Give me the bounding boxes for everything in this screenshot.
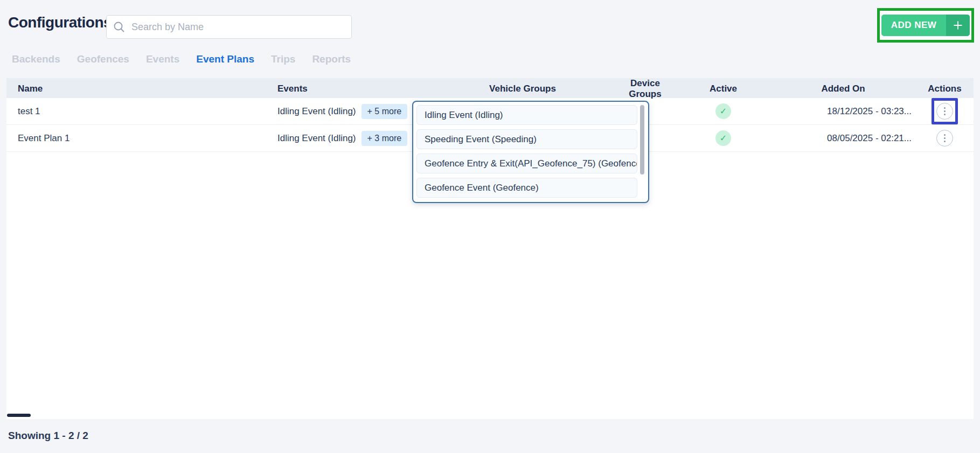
- pagination-status: Showing 1 - 2 / 2: [8, 430, 88, 442]
- cell-active: [676, 125, 770, 151]
- column-header-added-on: Added On: [770, 83, 916, 94]
- config-tabs: Backends Geofences Events Event Plans Tr…: [12, 53, 351, 65]
- column-header-device-groups: Device Groups: [614, 78, 676, 100]
- more-events-badge[interactable]: + 3 more: [362, 131, 408, 146]
- cell-events: Idling Event (Idling) + 5 more: [269, 98, 431, 124]
- page-title: Configurations: [8, 14, 112, 31]
- column-header-name: Name: [6, 83, 269, 94]
- popup-event-item[interactable]: Geofence Entry & Exit(API_Geofence_75) (…: [416, 154, 637, 173]
- cell-added-on: 08/05/2025 - 02:21...: [770, 125, 916, 151]
- cell-name: Event Plan 1: [6, 125, 269, 151]
- popup-event-item[interactable]: Idling Event (Idling): [416, 105, 637, 125]
- tab-events[interactable]: Events: [146, 53, 179, 65]
- more-events-badge[interactable]: + 5 more: [362, 104, 408, 119]
- tab-backends[interactable]: Backends: [12, 53, 60, 65]
- kebab-menu-icon[interactable]: [936, 130, 953, 147]
- tab-geofences[interactable]: Geofences: [77, 53, 129, 65]
- tab-reports[interactable]: Reports: [312, 53, 351, 65]
- cell-events: Idling Event (Idling) + 3 more: [269, 125, 431, 151]
- search-box: [106, 15, 352, 39]
- cell-added-on: 18/12/2025 - 03:23...: [770, 98, 916, 124]
- active-check-icon: [715, 130, 731, 146]
- cell-actions: [916, 125, 974, 151]
- column-header-vehicle-groups: Vehicle Groups: [431, 83, 614, 94]
- cell-actions: [916, 98, 974, 124]
- table-header-row: Name Events Vehicle Groups Device Groups…: [6, 78, 974, 98]
- horizontal-scrollbar-thumb[interactable]: [7, 414, 31, 417]
- add-new-label: ADD NEW: [881, 15, 946, 36]
- cell-active: [676, 98, 770, 124]
- popup-event-item[interactable]: Speeding Event (Speeding): [416, 129, 637, 149]
- kebab-menu-icon[interactable]: [936, 103, 953, 120]
- popup-event-item[interactable]: Geofence Event (Geofence): [416, 178, 637, 198]
- cell-name: test 1: [6, 98, 269, 124]
- add-new-button[interactable]: ADD NEW: [881, 15, 970, 36]
- search-input[interactable]: [131, 22, 345, 33]
- plus-icon: [946, 15, 970, 36]
- actions-highlight-annotation: [932, 98, 958, 124]
- column-header-actions: Actions: [916, 83, 974, 94]
- add-new-highlight-annotation: ADD NEW: [877, 8, 974, 43]
- active-check-icon: [715, 103, 731, 119]
- tab-trips[interactable]: Trips: [271, 53, 295, 65]
- event-label: Idling Event (Idling): [277, 106, 356, 117]
- column-header-active: Active: [676, 83, 770, 94]
- event-label: Idling Event (Idling): [277, 133, 356, 144]
- search-icon: [113, 21, 125, 33]
- popup-scrollbar-thumb[interactable]: [640, 105, 644, 175]
- events-popup: Idling Event (Idling) Speeding Event (Sp…: [412, 101, 649, 203]
- column-header-events: Events: [269, 83, 431, 94]
- configurations-page: Configurations ADD NEW Backends Geofence…: [0, 0, 980, 453]
- tab-event-plans[interactable]: Event Plans: [196, 53, 254, 65]
